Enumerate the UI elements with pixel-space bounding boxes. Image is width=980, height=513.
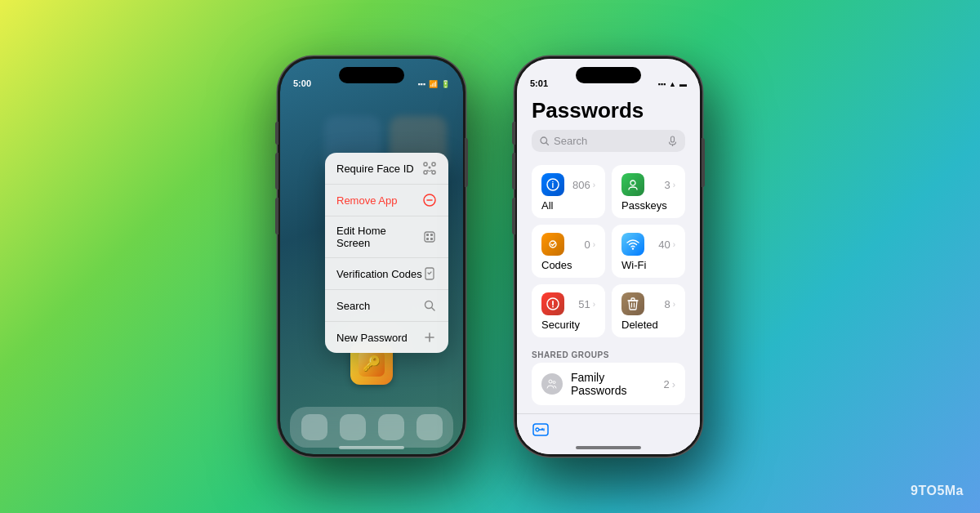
menu-item-edit-home-screen[interactable]: Edit Home Screen [325,216,448,258]
battery-icon: 🔋 [441,80,450,88]
category-header-security: 51 › [541,292,595,315]
deleted-count: 8 [664,298,670,310]
svg-rect-10 [426,234,429,236]
volume-up-button [275,153,278,190]
signal-icon: ▪▪▪ [417,80,425,88]
wifi-count: 40 [658,239,670,251]
dynamic-island-1 [339,67,404,83]
group-left: Family Passwords [541,371,663,397]
dock-app-4[interactable] [416,414,443,440]
svg-text:i: i [552,181,555,190]
power-button-2 [702,138,705,187]
status-icons-2: ▪▪▪ ▲ ▬ [658,80,688,88]
edit-home-screen-icon [422,230,437,244]
category-card-all[interactable]: i 806 › All [532,165,605,218]
face-id-icon [422,161,437,176]
category-header-passkeys: 3 › [621,173,675,196]
menu-item-remove-app[interactable]: Remove App [325,185,448,216]
all-count: 806 [572,179,590,191]
svg-point-26 [550,241,556,248]
passwords-app: Passwords Search [517,59,700,454]
iphone-1-screen: 5:00 ▪▪▪ 📶 🔋 [280,59,463,454]
volume-down-button [275,198,278,234]
context-menu: Require Face ID Remove Ap [325,153,448,353]
mic-icon [668,136,677,146]
toolbar-passwords-icon[interactable] [532,420,550,442]
passkeys-chevron: › [673,181,675,190]
svg-rect-5 [432,171,435,174]
codes-count: 0 [584,239,590,251]
security-chevron: › [593,300,595,309]
new-password-icon [422,330,437,345]
menu-item-label-search: Search [336,300,370,312]
dock-app-3[interactable] [378,414,404,440]
svg-point-30 [552,306,554,308]
svg-text:🔑: 🔑 [363,355,381,372]
svg-point-6 [429,167,431,169]
family-passwords-item[interactable]: Family Passwords 2 › [532,363,685,405]
status-time-2: 5:01 [530,78,548,88]
svg-rect-12 [426,238,429,240]
passkeys-count-row: 3 › [664,179,675,191]
passkeys-name: Passkeys [621,199,675,212]
menu-item-require-face-id[interactable]: Require Face ID [325,153,448,185]
verification-codes-icon [422,266,437,281]
search-icon [422,298,437,313]
dock [290,407,453,448]
menu-item-label-remove-app: Remove App [336,194,397,207]
category-header-all: i 806 › [541,173,595,196]
volume-up-button-2 [512,153,515,190]
search-bar[interactable]: Search [532,130,685,152]
iphone-2-screen: 5:01 ▪▪▪ ▲ ▬ Passwords Search [517,59,700,454]
svg-point-27 [632,248,634,249]
category-card-codes[interactable]: 0 › Codes [532,225,605,278]
wifi-category-icon [621,233,644,256]
svg-rect-2 [424,163,427,166]
category-card-deleted[interactable]: 8 › Deleted [612,284,685,337]
family-icon [541,373,563,395]
svg-point-25 [630,181,635,185]
category-header-wifi: 40 › [621,233,675,256]
dock-app-2[interactable] [340,414,366,440]
status-icons-1: ▪▪▪ 📶 🔋 [417,80,450,88]
svg-rect-11 [430,234,433,236]
codes-name: Codes [541,259,595,271]
codes-count-row: 0 › [584,239,595,251]
all-count-row: 806 › [572,179,595,191]
wifi-name: Wi-Fi [621,259,675,271]
phones-container: 5:00 ▪▪▪ 📶 🔋 [0,0,980,513]
deleted-count-row: 8 › [664,298,675,310]
dock-app-1[interactable] [301,414,327,440]
silent-switch [275,122,278,145]
menu-item-verification-codes[interactable]: Verification Codes [325,258,448,290]
menu-item-search[interactable]: Search [325,290,448,322]
svg-point-35 [553,381,555,384]
svg-rect-21 [671,136,675,142]
category-card-security[interactable]: 51 › Security [532,284,605,337]
svg-rect-3 [432,163,435,166]
family-passwords-name: Family Passwords [571,371,663,397]
security-name: Security [541,319,595,331]
codes-icon [541,233,564,256]
svg-rect-9 [425,232,434,242]
wifi-icon: 📶 [429,80,438,88]
all-chevron: › [593,181,595,190]
deleted-name: Deleted [621,319,675,331]
security-count-row: 51 › [578,298,595,310]
security-icon [541,292,564,315]
svg-line-20 [546,143,549,145]
passkeys-count: 3 [664,179,670,191]
watermark: 9TO5Ma [911,484,964,498]
category-card-wifi[interactable]: 40 › Wi-Fi [612,225,685,278]
category-card-passkeys[interactable]: 3 › Passkeys [612,165,685,218]
signal-icon-2: ▪▪▪ [658,80,666,88]
group-list: Family Passwords 2 › [532,363,685,405]
menu-item-label-new-password: New Password [336,332,408,344]
svg-point-34 [549,380,552,383]
menu-item-label-verification-codes: Verification Codes [336,268,422,280]
category-header-codes: 0 › [541,233,595,256]
passwords-header: Passwords Search [517,91,700,157]
passwords-icon-svg: 🔑 [359,350,385,377]
search-bar-icon [540,136,549,145]
menu-item-new-password[interactable]: New Password [325,322,448,353]
